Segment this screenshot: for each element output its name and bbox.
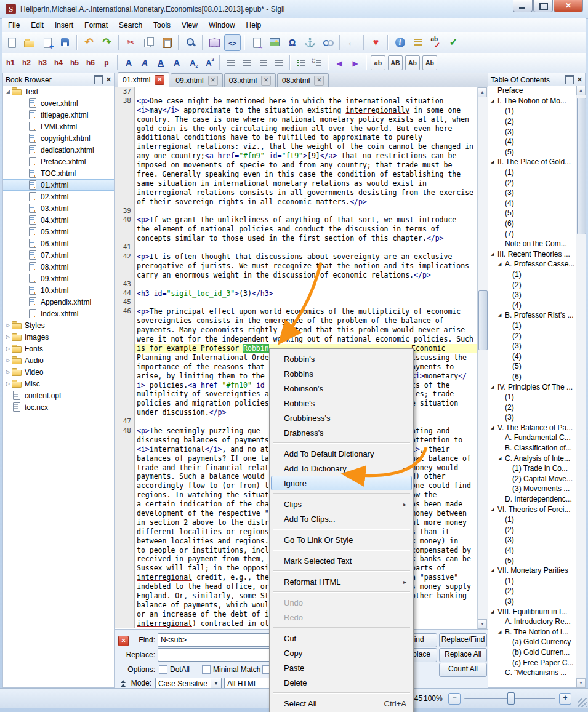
book-item-09-xhtml[interactable]: 09.xhtml xyxy=(3,273,114,284)
float-panel-icon[interactable] xyxy=(94,75,103,84)
book-item-cover-xhtml[interactable]: cover.xhtml xyxy=(3,97,114,109)
book-item-06-xhtml[interactable]: 06.xhtml xyxy=(3,238,114,249)
toc-item-5[interactable]: (5) xyxy=(488,208,585,218)
italic-button[interactable] xyxy=(137,55,152,70)
copy-button[interactable] xyxy=(140,34,157,51)
uppercase-button[interactable]: AB xyxy=(388,55,403,70)
expander-icon[interactable]: ▷ xyxy=(4,381,12,386)
code-line[interactable]: 40<p>If we grant the unlikeliness of any… xyxy=(115,215,478,225)
checkbox-icon[interactable] xyxy=(202,665,211,674)
save-button[interactable] xyxy=(57,34,73,51)
scroll-down-icon[interactable]: ▼ xyxy=(478,619,487,629)
context-menu-item-add-to-dictionary[interactable]: Add To Dictionary▸ xyxy=(271,461,412,476)
book-item-misc[interactable]: ▷Misc xyxy=(3,378,114,390)
menu-edit[interactable]: Edit xyxy=(25,19,49,31)
context-menu-item-copy[interactable]: Copy xyxy=(271,646,412,660)
context-menu-item-go-to-link-or-style[interactable]: Go To Link Or Style xyxy=(271,532,412,547)
align-right-button[interactable] xyxy=(256,55,270,70)
book-item-appendix-xhtml[interactable]: Appendix.xhtml xyxy=(3,296,114,308)
toc-scrollbar[interactable]: ▲ ▼ xyxy=(576,86,586,688)
context-menu-item-drabness-s[interactable]: Drabness's xyxy=(271,425,412,440)
context-menu-item-reformat-html[interactable]: Reformat HTML▸ xyxy=(271,574,412,589)
open-file-button[interactable] xyxy=(21,34,38,51)
scroll-down-icon[interactable]: ▼ xyxy=(576,678,586,688)
float-panel-icon[interactable] xyxy=(565,75,574,84)
toc-item-1[interactable]: (1) xyxy=(488,576,585,586)
book-item-dedication-xhtml[interactable]: dedication.xhtml xyxy=(3,144,114,156)
insert-id-button[interactable] xyxy=(302,34,318,51)
expander-icon[interactable]: ▷ xyxy=(4,322,12,328)
context-menu-item-robbin-s[interactable]: Robbin's xyxy=(271,351,412,366)
toc-item-viii-equilibrium-in-i[interactable]: ◢VIII. Equilibrium in I... xyxy=(488,606,585,617)
toc-item-2[interactable]: (2) xyxy=(488,586,585,596)
code-line[interactable]: interregional relations: viz., that the … xyxy=(115,142,478,151)
toc-item-b-the-notion-of-i[interactable]: ◢B. The Notion of I... xyxy=(488,626,585,637)
book-item-styles[interactable]: ▷Styles xyxy=(3,319,114,331)
donate-button[interactable] xyxy=(368,34,384,51)
toc-item-3[interactable]: (3) xyxy=(488,290,585,300)
toc-item-iv-principles-of-the[interactable]: ◢IV. Principles Of The ... xyxy=(488,382,585,392)
titlecase-button[interactable]: Ab xyxy=(405,55,420,70)
tab-01-xhtml[interactable]: 01.xhtml✕ xyxy=(118,72,169,87)
expander-icon[interactable]: ◢ xyxy=(498,313,505,318)
toc-item-2[interactable]: (2) xyxy=(488,525,585,535)
toc-item-1[interactable]: (1) xyxy=(488,392,585,402)
code-line[interactable]: country. The case is one where no nation… xyxy=(115,115,478,124)
undo-button[interactable] xyxy=(81,34,97,51)
heading-2-button[interactable]: h2 xyxy=(19,55,34,70)
code-view-button[interactable] xyxy=(224,34,241,51)
superscript-button[interactable] xyxy=(201,55,216,70)
insert-file-button[interactable] xyxy=(266,34,283,51)
add-existing-file-button[interactable] xyxy=(39,34,55,51)
context-menu-item-robbins[interactable]: Robbins xyxy=(271,366,412,381)
toc-item-v-the-balance-of-pa[interactable]: ◢V. The Balance of Pa... xyxy=(488,423,585,433)
toc-item-c-free-paper-c[interactable]: (c) Free Paper C... xyxy=(488,657,585,668)
context-menu-item-robinson-s[interactable]: Robinson's xyxy=(271,381,412,396)
toc-item-b-classification-of[interactable]: B. Classification of... xyxy=(488,443,585,454)
expander-icon[interactable]: ◢ xyxy=(491,568,497,573)
context-menu-item-mark-selected-text[interactable]: Mark Selected Text xyxy=(271,553,412,568)
code-line[interactable]: sovereignties consists in the emergence … xyxy=(115,316,478,326)
expander-icon[interactable]: ▷ xyxy=(4,334,12,340)
toc-item-2[interactable]: (2) xyxy=(488,279,585,290)
toc-item-c-mechanisms[interactable]: C. "Mechanisms ... xyxy=(488,668,585,678)
code-line[interactable]: interregional relations consists in all … xyxy=(115,188,478,198)
tab-close-icon[interactable]: ✕ xyxy=(155,75,164,85)
toc-item-preface[interactable]: Preface xyxy=(488,86,585,96)
code-line[interactable]: carry an enormous weight in the discussi… xyxy=(115,271,478,280)
paragraph-button[interactable]: p xyxy=(99,55,114,70)
cut-button[interactable] xyxy=(123,34,139,51)
toc-editor-button[interactable] xyxy=(409,34,426,51)
book-item-lvmi-xhtml[interactable]: LVMI.xhtml xyxy=(3,121,114,132)
new-file-button[interactable] xyxy=(3,34,20,51)
toc-item-3[interactable]: (3) xyxy=(488,535,585,545)
scroll-thumb[interactable] xyxy=(478,290,488,350)
toc-item-2[interactable]: (2) xyxy=(488,116,585,127)
expander-icon[interactable]: ◢ xyxy=(498,456,505,461)
book-item-07-xhtml[interactable]: 07.xhtml xyxy=(3,249,114,261)
close-button[interactable] xyxy=(554,0,583,12)
context-menu-item-grubbiness-s[interactable]: Grubbiness's xyxy=(271,410,412,425)
replace-all-button[interactable]: Replace All xyxy=(439,648,487,662)
toc-item-note-on-the-com[interactable]: Note on the Com... xyxy=(488,239,585,249)
code-line[interactable]: 45 xyxy=(115,298,478,307)
book-item-02-xhtml[interactable]: 02.xhtml xyxy=(3,191,114,202)
expander-icon[interactable]: ◢ xyxy=(4,89,12,94)
book-item-toc-xhtml[interactable]: TOC.xhtml xyxy=(3,167,114,179)
menu-tools[interactable]: Tools xyxy=(148,19,176,31)
tab-close-icon[interactable]: ✕ xyxy=(261,76,271,86)
zoom-in-button[interactable]: + xyxy=(559,693,571,705)
toc-item-a-professor-casse[interactable]: ◢A. Professor Casse... xyxy=(488,259,585,270)
close-panel-icon[interactable]: ✕ xyxy=(106,76,111,83)
maximize-button[interactable] xyxy=(533,0,553,12)
toc-item-5[interactable]: (5) xyxy=(488,361,585,372)
heading-3-button[interactable]: h3 xyxy=(35,55,50,70)
book-item-05-xhtml[interactable]: 05.xhtml xyxy=(3,226,114,238)
tab-close-icon[interactable]: ✕ xyxy=(314,76,324,86)
tab-09-xhtml[interactable]: 09.xhtml✕ xyxy=(171,73,222,87)
context-menu-item-cut[interactable]: Cut xyxy=(271,631,412,646)
toc-item-2-capital-move[interactable]: (2) Capital Move... xyxy=(488,474,585,484)
context-menu-item-ignore[interactable]: Ignore xyxy=(271,476,412,490)
code-line[interactable]: 46<p>The principal effect upon world eco… xyxy=(115,307,478,316)
capitalize-button[interactable]: Ab xyxy=(422,55,437,70)
